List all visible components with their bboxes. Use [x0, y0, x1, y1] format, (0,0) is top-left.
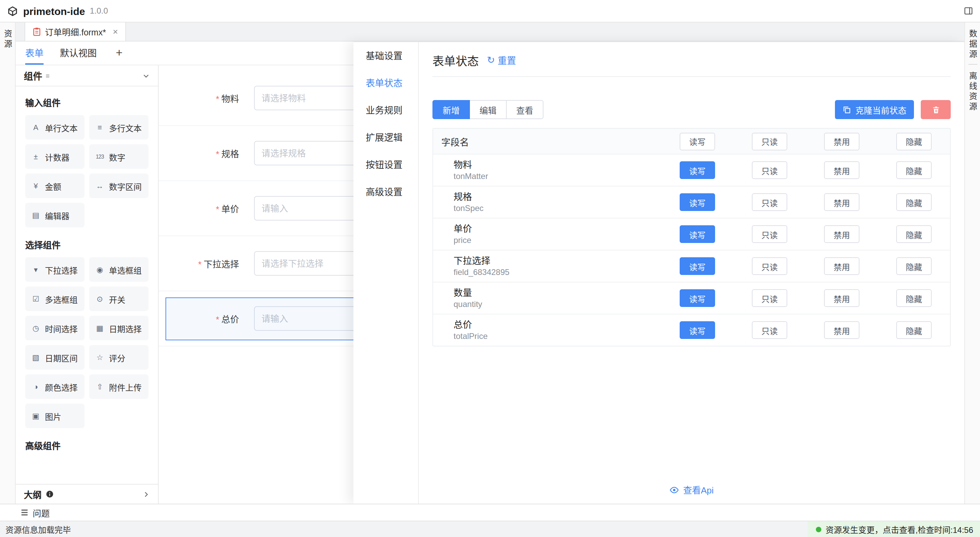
resource-change-status[interactable]: 资源发生变更，点击查看,检查时间:14:56: [808, 521, 980, 537]
single-line-text-icon: A: [31, 123, 41, 131]
rail-item-offline-resources[interactable]: 离线资源: [967, 71, 978, 112]
component-item-date-picker[interactable]: ▦ 日期选择: [89, 316, 148, 340]
outline-toggle[interactable]: 大纲: [16, 484, 158, 504]
readonly-button[interactable]: 只读: [752, 257, 787, 275]
hidden-button[interactable]: 隐藏: [896, 257, 932, 275]
component-item-editor[interactable]: ▤ 编辑器: [25, 203, 84, 227]
table-row: 下拉选择 field_68342895 读写 只读 禁用 隐藏: [433, 250, 950, 282]
readwrite-button[interactable]: 读写: [680, 289, 715, 307]
view-tab-default-view[interactable]: 默认视图: [60, 41, 97, 65]
component-item-counter[interactable]: ± 计数器: [25, 144, 84, 169]
hidden-button[interactable]: 隐藏: [896, 225, 932, 243]
field-name: 物料: [453, 160, 661, 170]
problems-label: 问题: [33, 506, 50, 519]
mode-edit-button[interactable]: 编辑: [469, 100, 507, 119]
component-item-attachment-upload[interactable]: ⇧ 附件上传: [89, 374, 148, 399]
menu-item-business-rules[interactable]: 业务规则: [353, 97, 418, 124]
form-file-icon: [33, 27, 41, 36]
component-label: 颜色选择: [45, 381, 78, 392]
readonly-button[interactable]: 只读: [752, 161, 787, 179]
menu-item-button-settings[interactable]: 按钮设置: [353, 152, 418, 179]
reset-button[interactable]: ↻ 重置: [487, 53, 516, 67]
readwrite-button[interactable]: 读写: [680, 321, 715, 339]
menu-item-form-state[interactable]: 表单状态: [353, 70, 418, 97]
collapse-chevron-down-icon[interactable]: [142, 72, 150, 79]
component-item-multi-line-text[interactable]: ≡ 多行文本: [89, 115, 148, 140]
add-view-button[interactable]: +: [116, 41, 123, 65]
menu-item-extension-logic[interactable]: 扩展逻辑: [353, 124, 418, 152]
header-readwrite-button[interactable]: 读写: [680, 132, 715, 150]
menu-item-advanced-settings[interactable]: 高级设置: [353, 179, 418, 206]
component-item-number-range[interactable]: ↔ 数字区间: [89, 173, 148, 198]
component-item-date-range[interactable]: ▧ 日期区间: [25, 345, 84, 370]
readonly-button[interactable]: 只读: [752, 289, 787, 307]
readwrite-button[interactable]: 读写: [680, 257, 715, 275]
component-item-number[interactable]: 123 数字: [89, 144, 148, 169]
component-label: 图片: [45, 410, 61, 422]
disabled-button[interactable]: 禁用: [824, 289, 859, 307]
component-item-amount[interactable]: ¥ 金额: [25, 173, 84, 198]
disabled-button[interactable]: 禁用: [824, 321, 859, 339]
component-label: 下拉选择: [45, 264, 78, 275]
number-range-icon: ↔: [95, 182, 105, 190]
component-label: 金额: [45, 180, 61, 192]
delete-state-button[interactable]: [921, 100, 951, 119]
table-row: 总价 totalPrice 读写 只读 禁用 隐藏: [433, 314, 950, 346]
table-row: 规格 tonSpec 读写 只读 禁用 隐藏: [433, 186, 950, 218]
section-title-select-components: 选择组件: [25, 238, 148, 251]
readonly-button[interactable]: 只读: [752, 193, 787, 211]
problems-bar[interactable]: 问题: [0, 504, 980, 521]
field-id: tonMatter: [453, 171, 661, 181]
component-item-dropdown-select[interactable]: ▾ 下拉选择: [25, 257, 84, 282]
refresh-icon: ↻: [487, 55, 495, 65]
readonly-button[interactable]: 只读: [752, 321, 787, 339]
disabled-button[interactable]: 禁用: [824, 193, 859, 211]
component-item-radio-group[interactable]: ◉ 单选框组: [89, 257, 148, 282]
header-disabled-button[interactable]: 禁用: [824, 132, 859, 150]
required-mark: *: [216, 149, 219, 159]
component-label: 日期选择: [109, 322, 142, 334]
field-name: 总价: [453, 319, 661, 330]
readonly-button[interactable]: 只读: [752, 225, 787, 243]
component-label: 数字区间: [109, 180, 142, 192]
component-label: 附件上传: [109, 381, 142, 392]
mode-add-button[interactable]: 新增: [433, 100, 470, 119]
hidden-button[interactable]: 隐藏: [896, 289, 932, 307]
panel-toggle-icon[interactable]: [964, 6, 973, 16]
hidden-button[interactable]: 隐藏: [896, 193, 932, 211]
tab-close-icon[interactable]: ×: [113, 27, 118, 37]
component-item-single-line-text[interactable]: A 单行文本: [25, 115, 84, 140]
readwrite-button[interactable]: 读写: [680, 193, 715, 211]
hidden-button[interactable]: 隐藏: [896, 321, 932, 339]
component-item-switch[interactable]: ⊙ 开关: [89, 286, 148, 311]
readwrite-button[interactable]: 读写: [680, 161, 715, 179]
disabled-button[interactable]: 禁用: [824, 161, 859, 179]
component-item-image[interactable]: ▣ 图片: [25, 404, 84, 428]
readwrite-button[interactable]: 读写: [680, 225, 715, 243]
component-item-time-picker[interactable]: ◷ 时间选择: [25, 316, 84, 340]
app-logo-icon: [7, 5, 18, 17]
component-item-rating[interactable]: ☆ 评分: [89, 345, 148, 370]
header-hidden-button[interactable]: 隐藏: [896, 132, 932, 150]
menu-item-basic-settings[interactable]: 基础设置: [353, 43, 418, 70]
rail-item-data-source[interactable]: 数据源: [967, 29, 978, 60]
hidden-button[interactable]: 隐藏: [896, 161, 932, 179]
components-panel-header: 组件 ≡: [16, 65, 158, 86]
panel-title-form-state: 表单状态: [433, 51, 479, 68]
clone-current-state-button[interactable]: 克隆当前状态: [835, 100, 914, 119]
disabled-button[interactable]: 禁用: [824, 225, 859, 243]
component-item-checkbox-group[interactable]: ☑ 多选框组: [25, 286, 84, 311]
amount-icon: ¥: [31, 182, 41, 190]
rail-item-resources[interactable]: 资源: [2, 29, 13, 50]
view-api-link[interactable]: 查看Api: [419, 483, 964, 496]
view-tab-form[interactable]: 表单: [25, 41, 44, 65]
app-title: primeton-ide: [23, 5, 85, 17]
mode-view-button[interactable]: 查看: [506, 100, 544, 119]
header-readonly-button[interactable]: 只读: [752, 132, 787, 150]
disabled-button[interactable]: 禁用: [824, 257, 859, 275]
component-label: 编辑器: [45, 209, 70, 221]
component-item-color-picker[interactable]: ◑ 颜色选择: [25, 374, 84, 399]
required-mark: *: [216, 314, 219, 324]
components-panel: 组件 ≡ 输入组件 A 单行文本 ≡ 多行文本 ± 计数器: [16, 65, 159, 504]
tab-order-detail-formx[interactable]: 订单明细.formx* ×: [24, 22, 126, 41]
